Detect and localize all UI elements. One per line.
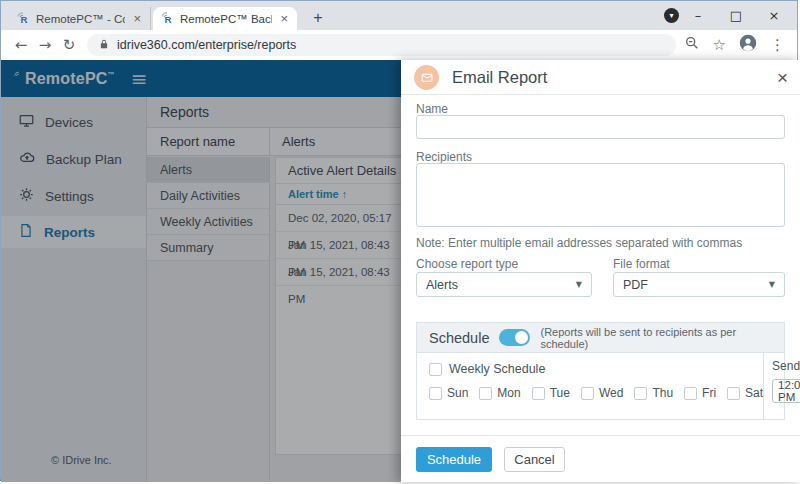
document-icon [19, 223, 33, 241]
report-item-summary[interactable]: Summary [147, 235, 269, 261]
sidebar-item-label: Devices [45, 115, 93, 130]
chevron-down-icon: ▼ [576, 280, 582, 289]
report-type-select[interactable]: Alerts ▼ [416, 272, 592, 297]
day-checkbox[interactable] [532, 387, 545, 400]
day-checkbox[interactable] [479, 387, 492, 400]
hamburger-menu-icon[interactable]: ≡ [131, 69, 148, 89]
schedule-button[interactable]: Schedule [416, 447, 492, 472]
day-checkbox[interactable] [429, 387, 442, 400]
svg-text:R: R [20, 14, 27, 25]
reports-table-header: Report name Alerts [147, 128, 401, 156]
sidebar-item-reports[interactable]: Reports [1, 216, 146, 248]
alert-time-label: Alert time [288, 188, 339, 200]
remotepc-favicon-icon: R [16, 11, 30, 27]
card-title: Active Alert Details [276, 158, 401, 184]
address-bar: ← → ↻ idrive360.com/enterprise/reports ☆ [1, 30, 797, 60]
back-button[interactable]: ← [9, 36, 33, 54]
alert-time-sort-header[interactable]: Alert time ↑ [276, 184, 401, 205]
day-label: Thu [652, 386, 673, 400]
sidebar-item-label: Backup Plan [46, 152, 122, 167]
url-text: idrive360.com/enterprise/reports [117, 38, 296, 52]
tab-remotepc-backup[interactable]: R RemotePC™ Backup × [153, 7, 297, 30]
sidebar-item-backup-plan[interactable]: Backup Plan [1, 145, 146, 173]
schedule-toggle[interactable] [499, 329, 530, 346]
app-header: RemotePC ™ ≡ [1, 60, 401, 97]
bookmark-star-icon[interactable]: ☆ [713, 36, 726, 54]
weekly-schedule-option[interactable]: Weekly Schedule [429, 362, 763, 376]
tab-title: RemotePC™ - Comput [36, 13, 125, 25]
table-row: Dec 02, 2020, 05:17 PM [276, 205, 401, 232]
browser-window: R RemotePC™ - Comput × R RemotePC™ Backu… [0, 0, 798, 481]
schedule-days-area: Weekly Schedule Sun Mon Tue Wed Thu Fri … [417, 353, 763, 419]
sidebar-item-devices[interactable]: Devices [1, 108, 146, 136]
svg-text:R: R [164, 14, 171, 25]
day-checkbox[interactable] [581, 387, 594, 400]
window-controls: – □ × [679, 1, 793, 30]
zoom-icon[interactable] [684, 35, 700, 55]
lock-icon [99, 36, 109, 54]
weekly-schedule-checkbox[interactable] [429, 363, 442, 376]
day-option-tue[interactable]: Tue [532, 386, 570, 400]
cancel-button[interactable]: Cancel [504, 447, 565, 472]
profile-avatar-icon[interactable] [739, 34, 757, 56]
report-type-value: Alerts [426, 278, 458, 292]
schedule-body: Weekly Schedule Sun Mon Tue Wed Thu Fri … [417, 353, 784, 419]
browser-menu-icon[interactable]: ⋮ [770, 36, 785, 54]
day-option-sat[interactable]: Sat [727, 386, 763, 400]
report-item-daily-activities[interactable]: Daily Activities [147, 183, 269, 209]
chevron-down-icon: ▼ [769, 280, 775, 289]
tab-close-icon[interactable]: × [278, 11, 290, 26]
active-alerts-card: Active Alert Details Alert time ↑ Dec 02… [275, 157, 401, 455]
new-tab-button[interactable]: + [307, 7, 329, 29]
panel-header: Email Report × [401, 60, 800, 95]
tab-strip: R RemotePC™ - Comput × R RemotePC™ Backu… [1, 1, 797, 30]
recipients-textarea[interactable] [416, 163, 785, 227]
alerts-column-header: Alerts [270, 128, 401, 155]
reload-button[interactable]: ↻ [57, 36, 81, 54]
day-label: Wed [599, 386, 623, 400]
logo-trademark: ™ [108, 71, 115, 78]
day-label: Sun [447, 386, 468, 400]
schedule-section: Schedule (Reports will be sent to recipi… [416, 322, 785, 420]
forward-button[interactable]: → [33, 36, 57, 54]
name-input[interactable] [416, 115, 785, 139]
day-checkbox[interactable] [634, 387, 647, 400]
maximize-button[interactable]: □ [717, 1, 755, 30]
report-name-column-header: Report name [147, 128, 270, 155]
send-at-select[interactable]: 12:00 PM ▼ [772, 379, 800, 403]
file-format-value: PDF [623, 278, 648, 292]
window-close-button[interactable]: × [755, 1, 793, 30]
sidebar: Devices Backup Plan [1, 97, 146, 482]
reports-content: Reports Report name Alerts Alerts Daily … [146, 97, 401, 482]
url-field[interactable]: idrive360.com/enterprise/reports [87, 34, 676, 56]
browser-update-icon[interactable]: ▾ [664, 8, 679, 23]
send-at-value: 12:00 PM [778, 379, 800, 403]
report-list: Alerts Daily Activities Weekly Activitie… [147, 157, 270, 482]
sidebar-item-label: Reports [44, 225, 95, 240]
day-option-mon[interactable]: Mon [479, 386, 520, 400]
day-option-sun[interactable]: Sun [429, 386, 468, 400]
report-item-alerts[interactable]: Alerts [147, 157, 269, 183]
minimize-button[interactable]: – [679, 1, 717, 30]
sidebar-item-settings[interactable]: Settings [1, 182, 146, 210]
copyright-footer: © IDrive Inc. [51, 454, 112, 466]
file-format-select[interactable]: PDF ▼ [613, 272, 785, 297]
email-icon [414, 65, 439, 90]
panel-title: Email Report [452, 68, 547, 87]
panel-close-icon[interactable]: × [777, 68, 788, 87]
schedule-label: Schedule [429, 330, 489, 346]
day-option-fri[interactable]: Fri [684, 386, 716, 400]
tab-close-icon[interactable]: × [131, 11, 143, 26]
day-checkbox[interactable] [684, 387, 697, 400]
day-checkbox[interactable] [727, 387, 740, 400]
day-option-wed[interactable]: Wed [581, 386, 623, 400]
tab-remotepc-computers[interactable]: R RemotePC™ - Comput × [9, 7, 151, 30]
email-report-panel: Email Report × Name Recipients Note: Ent… [401, 60, 800, 482]
toggle-knob [515, 331, 528, 344]
report-item-weekly-activities[interactable]: Weekly Activities [147, 209, 269, 235]
schedule-hint: (Reports will be sent to recipients as p… [540, 326, 772, 350]
page-title: Reports [147, 97, 401, 128]
day-label: Mon [497, 386, 520, 400]
day-option-thu[interactable]: Thu [634, 386, 673, 400]
gear-icon [19, 187, 34, 205]
